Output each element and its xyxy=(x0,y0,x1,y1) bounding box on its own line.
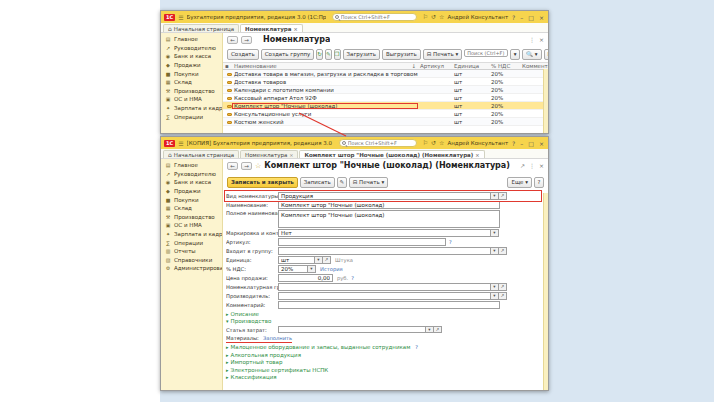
comment-input[interactable] xyxy=(278,301,500,309)
open-icon[interactable]: ↗ xyxy=(323,256,331,264)
tab-close-icon[interactable]: × xyxy=(289,152,293,158)
cell-name[interactable]: Доставка товаров xyxy=(232,79,418,85)
help-button[interactable]: ? xyxy=(511,140,516,147)
search-options-button[interactable]: 🔍 ▾ xyxy=(522,49,541,60)
table-row[interactable]: Консультационные услуги шт 20% xyxy=(223,110,548,118)
more-button[interactable]: Еще ▾ xyxy=(544,49,549,60)
cell-name[interactable]: Консультационные услуги xyxy=(232,111,418,117)
sidebar-item[interactable]: ▤ Главное xyxy=(161,161,222,170)
history-icon[interactable]: ↺ xyxy=(431,138,436,148)
collapsible-section[interactable]: ▸ Импортный товар xyxy=(226,359,540,365)
column-vat[interactable]: % НДС xyxy=(489,63,520,69)
cell-unit[interactable]: шт xyxy=(452,87,489,93)
cell-vat[interactable]: 20% xyxy=(489,95,520,101)
save-and-close-button[interactable]: Записать и закрыть xyxy=(227,177,298,188)
cell-vat[interactable]: 20% xyxy=(489,79,520,85)
sidebar-item[interactable]: ✦ Зарплата и кадры xyxy=(161,104,222,113)
global-search-input[interactable] xyxy=(348,140,414,146)
tab-close-icon[interactable]: × xyxy=(475,152,479,158)
sidebar-item[interactable]: ▦ Склад xyxy=(161,204,222,213)
cell-name[interactable]: Костюм женский xyxy=(232,119,418,125)
sidebar-item[interactable]: ⚙ Администрирование xyxy=(161,264,222,273)
sidebar-item[interactable]: ▥ Отчеты xyxy=(161,247,222,256)
cell-unit[interactable]: шт xyxy=(452,71,489,77)
table-row[interactable]: Кассовый аппарат Атол 92Ф шт 20% xyxy=(223,94,548,102)
forward-button[interactable]: → xyxy=(241,36,252,44)
column-article[interactable]: Артикул xyxy=(418,63,452,69)
chevron-down-icon[interactable]: ▾ xyxy=(491,283,499,291)
create-button[interactable]: Создать xyxy=(227,49,259,60)
vat-history-link[interactable]: История xyxy=(320,266,343,272)
print-button[interactable]: ⊟ Печать ▾ xyxy=(423,49,462,60)
sidebar-item[interactable]: ⚒ Производство xyxy=(161,213,222,222)
window-tab[interactable]: ⌂ Начальная страница xyxy=(163,150,239,158)
main-menu-icon[interactable]: ☰ xyxy=(178,140,183,147)
open-icon[interactable]: ↗ xyxy=(499,283,507,291)
sidebar-item[interactable]: ▦ Склад xyxy=(161,78,222,87)
sidebar-item[interactable]: ◉ Банк и касса xyxy=(161,178,222,187)
producer-input[interactable] xyxy=(278,292,491,300)
table-row[interactable]: Комплект штор "Ночные (шоколад) шт 20% xyxy=(223,102,548,110)
toolbar-icon-button[interactable]: ↻ xyxy=(316,49,323,60)
sidebar-item[interactable]: ◆ Продажи xyxy=(161,187,222,196)
vat-input[interactable] xyxy=(278,265,308,273)
favorites-star-icon[interactable]: ☆ xyxy=(439,138,444,148)
chevron-down-icon[interactable]: ▾ xyxy=(426,326,434,334)
cell-vat[interactable]: 20% xyxy=(489,111,520,117)
table-header[interactable]: ▪ Наименование ↓ Артикул Единица % НДС К… xyxy=(223,62,548,70)
attachments-paperclip-button[interactable]: ✎ xyxy=(337,177,347,188)
article-input[interactable] xyxy=(278,238,446,246)
cell-vat[interactable]: 20% xyxy=(489,119,520,125)
more-menu-icon[interactable]: ⋮ xyxy=(529,36,535,43)
toolbar-icon-button[interactable]: ✎ xyxy=(325,49,332,60)
table-row[interactable]: Доставка товара в магазин, разгрузка и р… xyxy=(223,70,548,78)
collapsible-section[interactable]: ▸ Электронные сертификаты НСПК xyxy=(226,367,540,373)
price-input[interactable] xyxy=(278,274,333,282)
column-name[interactable]: Наименование xyxy=(234,63,277,69)
collapsible-section[interactable]: ▸ Малоценное оборудование и запасы, выда… xyxy=(226,344,540,350)
cell-unit[interactable]: шт xyxy=(452,111,489,117)
open-icon[interactable]: ↗ xyxy=(499,192,507,200)
sidebar-item[interactable]: ↗ Руководителю xyxy=(161,44,222,53)
marking-input[interactable] xyxy=(278,229,491,237)
window-tab[interactable]: Комплект штор "Ночные (шоколад) (Номенкл… xyxy=(299,150,484,158)
more-button[interactable]: Еще ▾ xyxy=(507,177,532,188)
cell-name[interactable]: Кассовый аппарат Атол 92Ф xyxy=(232,95,418,101)
window-tab[interactable]: ⌂ Начальная страница xyxy=(163,24,239,32)
table-row[interactable]: Календари с логотипом компании шт 20% xyxy=(223,86,548,94)
maximize-button[interactable]: □ xyxy=(527,14,535,21)
sidebar-item[interactable]: ↗ Руководителю xyxy=(161,170,222,179)
window-tab[interactable]: Номенклатура × xyxy=(240,150,298,158)
sidebar-item[interactable]: ✦ Зарплата и кадры xyxy=(161,230,222,239)
section-description[interactable]: ▸ Описание xyxy=(226,311,540,317)
history-icon[interactable]: ↺ xyxy=(431,12,436,22)
more-menu-icon[interactable]: ⋮ xyxy=(529,162,535,169)
save-button[interactable]: Записать xyxy=(300,177,335,188)
open-icon[interactable]: ↗ xyxy=(434,326,442,334)
sidebar-item[interactable]: ◉ Банк и касса xyxy=(161,52,222,61)
tab-close-icon[interactable]: × xyxy=(293,26,297,32)
materials-fill-link[interactable]: Заполнить xyxy=(263,335,292,341)
column-unit[interactable]: Единица xyxy=(452,63,489,69)
cell-name[interactable]: Доставка товара в магазин, разгрузка и р… xyxy=(232,71,418,77)
global-search-box[interactable] xyxy=(332,13,417,21)
cell-unit[interactable]: шт xyxy=(452,79,489,85)
current-user-label[interactable]: Андрей Консультант xyxy=(447,140,508,146)
cell-unit[interactable]: шт xyxy=(452,103,489,109)
cell-unit[interactable]: шт xyxy=(452,119,489,125)
maximize-button[interactable]: □ xyxy=(527,140,535,147)
search-dropdown-button[interactable]: ▾ xyxy=(510,49,520,60)
help-button[interactable]: ? xyxy=(534,177,544,188)
global-search-box[interactable] xyxy=(339,139,417,147)
cell-vat[interactable]: 20% xyxy=(489,71,520,77)
section-hint-link[interactable]: ? xyxy=(415,344,418,350)
sidebar-item[interactable]: ▣ ОС и НМА xyxy=(161,95,222,104)
collapsible-section[interactable]: ▸ Алкогольная продукция xyxy=(226,352,540,358)
sidebar-item[interactable]: ◆ Продажи xyxy=(161,61,222,70)
article-hint-link[interactable]: ? xyxy=(449,239,452,245)
form-scrollbar[interactable] xyxy=(543,193,548,390)
minimize-button[interactable]: – xyxy=(519,14,524,21)
sidebar-item[interactable]: ▤ Главное xyxy=(161,35,222,44)
favorite-star-icon[interactable]: ☆ xyxy=(255,162,261,170)
forward-button[interactable]: → xyxy=(241,162,252,170)
